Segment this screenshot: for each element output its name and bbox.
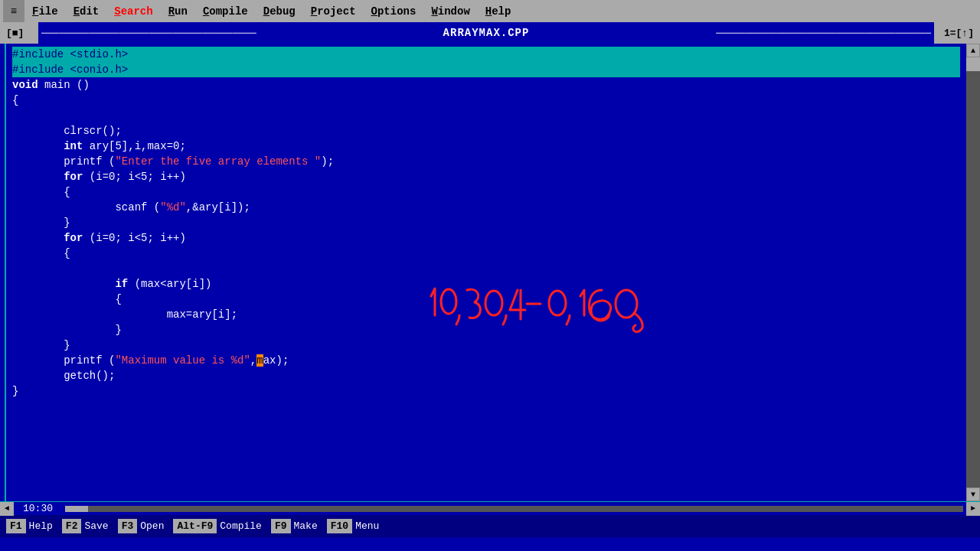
f2-label: Save [84, 520, 108, 532]
f1-label: Help [29, 520, 53, 532]
titlebar: [■] ────────────────────────────────────… [0, 22, 980, 44]
code-line-6: clrscr(); [12, 123, 960, 139]
code-line-1: #include <stdio.h> [12, 47, 960, 62]
f9-label: Make [294, 520, 318, 532]
code-line-16: if (max<ary[i]) [12, 276, 960, 292]
f10-label: Menu [355, 520, 379, 532]
code-line-23: } [12, 383, 960, 399]
statusbar: F1 Help F2 Save F3 Open Alt-F9 Compile F… [0, 515, 980, 537]
code-line-14: { [12, 246, 960, 261]
scroll-thumb[interactable] [966, 57, 980, 71]
menu-window[interactable]: Window [423, 2, 477, 21]
code-line-12: } [12, 215, 960, 230]
scroll-track[interactable] [966, 57, 980, 487]
editor-container: #include <stdio.h> #include <conio.h> vo… [0, 44, 980, 501]
hscrollbar-left-btn[interactable]: ◄ [0, 502, 14, 516]
hscrollbar-thumb[interactable] [65, 506, 88, 512]
cursor-position: 10:30 [14, 503, 62, 514]
code-line-7: int ary[5],i,max=0; [12, 139, 960, 154]
menu-help[interactable]: Help [478, 2, 519, 21]
code-line-9: for (i=0; i<5; i++) [12, 169, 960, 184]
code-line-15 [12, 261, 960, 276]
scroll-up-button[interactable]: ▲ [966, 44, 980, 57]
titlebar-right-control[interactable]: 1=[↑] [934, 22, 980, 44]
scrollbar-right[interactable]: ▲ ▼ [966, 44, 980, 501]
hamburger-icon[interactable]: ≡ [3, 0, 24, 22]
titlebar-filename: ARRAYMAX.CPP [443, 27, 530, 39]
menu-file[interactable]: File [24, 2, 66, 21]
menu-project[interactable]: Project [303, 2, 364, 21]
menu-compile[interactable]: Compile [195, 2, 256, 21]
code-line-17: { [12, 292, 960, 307]
editor-main[interactable]: #include <stdio.h> #include <conio.h> vo… [6, 44, 966, 501]
titlebar-border-right: ──────────────────────────────────── [713, 28, 934, 39]
code-line-13: for (i=0; i<5; i++) [12, 230, 960, 246]
f2-key: F2 [62, 519, 82, 533]
hscrollbar-track[interactable] [65, 506, 963, 512]
code-line-4: { [12, 93, 960, 108]
titlebar-border-left: ──────────────────────────────────── [38, 28, 260, 39]
hscrollbar-right-btn[interactable]: ► [966, 502, 980, 516]
f9-key: F9 [271, 519, 291, 533]
code-line-10: { [12, 184, 960, 200]
code-line-8: printf ("Enter the five array elements "… [12, 154, 960, 169]
code-line-18: max=ary[i]; [12, 307, 960, 322]
code-line-22: getch(); [12, 368, 960, 383]
altf9-key: Alt-F9 [173, 519, 217, 533]
code-line-19: } [12, 322, 960, 337]
code-line-5 [12, 108, 960, 123]
menu-edit[interactable]: Edit [66, 2, 107, 21]
scroll-down-button[interactable]: ▼ [966, 487, 980, 501]
code-line-2: #include <conio.h> [12, 62, 960, 77]
titlebar-left-control[interactable]: [■] [0, 22, 38, 44]
f10-key: F10 [327, 519, 352, 533]
code-line-11: scanf ("%d",&ary[i]); [12, 200, 960, 215]
altf9-label: Compile [220, 520, 262, 532]
menu-run[interactable]: Run [161, 2, 195, 21]
hscrollbar: ◄ 10:30 ► [0, 501, 980, 515]
menu-options[interactable]: Options [364, 2, 424, 21]
code-line-21: printf ("Maximum value is %d",max); [12, 353, 960, 368]
f3-key: F3 [118, 519, 138, 533]
editor-left-border [0, 44, 6, 501]
f1-key: F1 [6, 519, 26, 533]
code-line-3: void main () [12, 77, 960, 93]
f3-label: Open [140, 520, 164, 532]
menu-search[interactable]: Search [106, 2, 160, 21]
code-line-20: } [12, 337, 960, 353]
menu-debug[interactable]: Debug [256, 2, 303, 21]
menubar: ≡ File Edit Search Run Compile Debug Pro… [0, 0, 980, 22]
